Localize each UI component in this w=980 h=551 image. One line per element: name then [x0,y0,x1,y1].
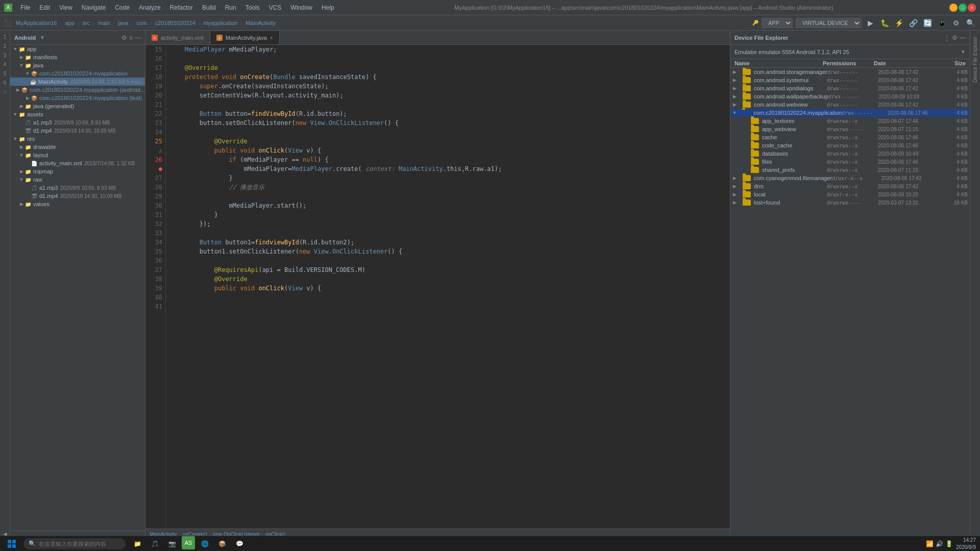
tab-activity-main-xml[interactable]: X activity_main.xml [145,31,210,44]
dfe-row-filemanager[interactable]: ▶ com.cyanogenmod.filemanager drwxr-x--x… [730,174,970,182]
taskbar-app-2[interactable]: 🎵 [147,536,162,552]
menu-edit[interactable]: Edit [35,3,54,12]
dfe-row-webview[interactable]: ▶ com.android.webview drwx------ 2020-08… [730,101,970,109]
taskbar-search-input[interactable] [39,541,115,547]
taskbar-app-1[interactable]: 📁 [130,536,145,552]
dfe-row-shared-prefs[interactable]: shared_prefs drwxrwx--x 2020-08-07 11:15… [730,166,970,174]
profile-button[interactable]: ⚡ [893,17,904,29]
dfe-row-wallpaperbackup[interactable]: ▶ com.android.wallpaperbackup drwx------… [730,92,970,101]
minimize-button[interactable]: − [949,4,958,12]
tree-item-raw-d1mp4[interactable]: 🎬 d1.mp4 2020/5/18 14:30, 10.09 MB [10,192,145,200]
dfe-more-icon[interactable]: ⋮ [944,34,950,41]
menu-build[interactable]: Build [198,3,220,12]
dfe-row-vpndialogs[interactable]: ▶ com.android.vpndialogs drwx------ 2020… [730,84,970,92]
tree-item-package-test[interactable]: ▶ 📦 com.c201801020224.myapplication (tes… [10,94,145,102]
menu-code[interactable]: Code [111,3,134,12]
tree-item-activity-main-xml[interactable]: 📄 activity_main.xml 2019/7/14:08, 1.32 K… [10,159,145,167]
menu-window[interactable]: Window [286,3,316,12]
dfe-row-storagemanager[interactable]: ▶ com.android.storagemanager drwx------ … [730,68,970,76]
menu-help[interactable]: Help [317,3,338,12]
left-icon-5[interactable]: 5 [1,69,9,78]
menu-vcs[interactable]: VCS [265,3,286,12]
code-content[interactable]: MediaPlayer mMediaPlayer; @Override prot… [166,45,730,529]
dfe-row-app-textures[interactable]: app_textures drwxrwx--x 2020-08-07 17:46… [730,117,970,125]
dfe-row-myapplication[interactable]: ▼ com.c201801020224.myapplication drwx--… [730,109,970,117]
menu-analyze[interactable]: Analyze [135,3,165,12]
tree-item-java[interactable]: ▼ 📁 java [10,61,145,69]
menu-run[interactable]: Run [221,3,240,12]
breadcrumb-project[interactable]: MyApplication16 [16,20,57,26]
project-minimize-icon[interactable]: — [135,34,141,41]
sys-volume-icon[interactable]: 🔊 [936,540,943,547]
menu-view[interactable]: View [55,3,77,12]
tree-item-raw[interactable]: ▼ 📁 raw [10,176,145,184]
menu-refactor[interactable]: Refactor [166,3,197,12]
breadcrumb-subpackage[interactable]: myapplication [203,20,237,26]
tab-mainactivity-java[interactable]: J MainActivity.java × [210,31,280,44]
dfe-row-drm[interactable]: ▶ drm drwxrwx--x 2020-08-06 17:42 4 KB [730,182,970,190]
tree-item-values[interactable]: ▶ 📁 values [10,200,145,208]
left-icon-6[interactable]: 6 [1,79,9,87]
search-nav-button[interactable]: 🔍 [965,17,976,29]
dfe-settings-icon[interactable]: ⚙ [952,34,958,41]
app-selector-dropdown[interactable]: APP [762,18,793,28]
tree-item-layout[interactable]: ▼ 📁 layout [10,151,145,159]
taskbar-app-5[interactable]: 📦 [214,536,230,552]
tree-item-res[interactable]: ▼ 📁 res [10,135,145,143]
menu-file[interactable]: File [16,3,34,12]
dfe-row-systemui[interactable]: ▶ com.android.systemui drwx------ 2020-0… [730,76,970,84]
left-icon-1[interactable]: 1 [1,33,9,41]
maximize-button[interactable]: □ [959,4,967,12]
sys-battery-icon[interactable]: 🔋 [945,540,953,547]
device-selector-dropdown[interactable]: VIRTUAL DEVICE [796,18,862,28]
breadcrumb-java[interactable]: java [118,20,128,26]
avd-button[interactable]: 📱 [936,17,947,29]
tree-item-package-main[interactable]: ▼ 📦 com.c201801020224.myapplication [10,69,145,78]
project-cog-icon[interactable]: ⚙ [121,34,127,41]
tab-close-java[interactable]: × [270,35,273,41]
project-gear-icon[interactable]: ≡ [129,34,133,41]
attach-button[interactable]: 🔗 [908,17,919,29]
run-button[interactable]: ▶ [865,17,876,29]
tree-item-java-generated[interactable]: ▶ 📁 java (generated) [10,102,145,110]
dfe-device-dropdown[interactable]: ▼ [961,49,966,55]
breadcrumb-package[interactable]: c201801020224 [155,20,195,26]
sdk-button[interactable]: ⚙ [950,17,962,29]
dfe-row-local[interactable]: ▶ local drwxr-x--x 2020-08-09 10:20 4 KB [730,190,970,198]
left-icon-2[interactable]: 2 [1,42,9,50]
taskbar-clock[interactable]: 14:27 2020/8/9 [956,537,976,551]
dfe-row-lostfound[interactable]: ▶ lost+found drwxrwx---- 2020-02-07 13:3… [730,198,970,207]
dfe-row-cache[interactable]: cache drwxrwx--x 2020-08-06 17:46 4 KB [730,133,970,141]
close-button[interactable]: × [968,4,976,12]
breadcrumb-class[interactable]: MainActivity [246,20,276,26]
sys-network-icon[interactable]: 📶 [926,540,934,547]
breadcrumb-com[interactable]: com [136,20,147,26]
dfe-row-databases[interactable]: databases drwxrwx--x 2020-08-09 10:49 4 … [730,149,970,158]
left-icon-bookmark[interactable]: ☆ [1,88,9,96]
menu-navigate[interactable]: Navigate [78,3,110,12]
taskbar-app-studio[interactable]: AS [182,536,195,549]
dfe-minimize-icon[interactable]: — [960,34,966,41]
start-button[interactable] [4,538,19,549]
tree-item-d1mp4[interactable]: 🎬 d1.mp4 2020/5/18 14:30, 10.09 MB [10,127,145,135]
tree-item-raw-a1mp3[interactable]: 🎵 a1.mp3 2020/8/9 10:59, 8.93 MB [10,184,145,192]
dfe-row-app-webview[interactable]: app_webview drwxrwx----- 2020-08-07 11:1… [730,125,970,133]
menu-tools[interactable]: Tools [241,3,264,12]
taskbar-app-6[interactable]: 💬 [232,536,247,552]
dfe-sidebar-label[interactable]: Device File Explorer [971,33,979,86]
tree-item-app[interactable]: ▼ 📁 app [10,45,145,53]
sync-button[interactable]: 🔄 [922,17,933,29]
tree-item-a1mp3[interactable]: 🎵 a1.mp3 2020/8/9 10:59, 8.93 MB [10,118,145,127]
tree-item-mipmap[interactable]: ▶ 📁 mipmap [10,167,145,176]
breadcrumb-app[interactable]: app [65,20,74,26]
left-icon-4[interactable]: 4 [1,60,9,68]
tree-item-package-android[interactable]: ▶ 📦 com.c201801020224.myapplication (and… [10,86,145,94]
tree-item-assets[interactable]: ▼ 📁 assets [10,110,145,118]
debug-button[interactable]: 🐛 [879,17,890,29]
tree-item-drawable[interactable]: ▶ 📁 drawable [10,143,145,151]
taskbar-app-3[interactable]: 📷 [164,536,180,552]
taskbar-search-box[interactable]: 🔍 [23,538,126,549]
breadcrumb-src[interactable]: src [82,20,90,26]
dfe-row-code-cache[interactable]: code_cache drwxrwx--x 2020-08-06 17:46 4… [730,141,970,149]
breadcrumb-main[interactable]: main [98,20,110,26]
